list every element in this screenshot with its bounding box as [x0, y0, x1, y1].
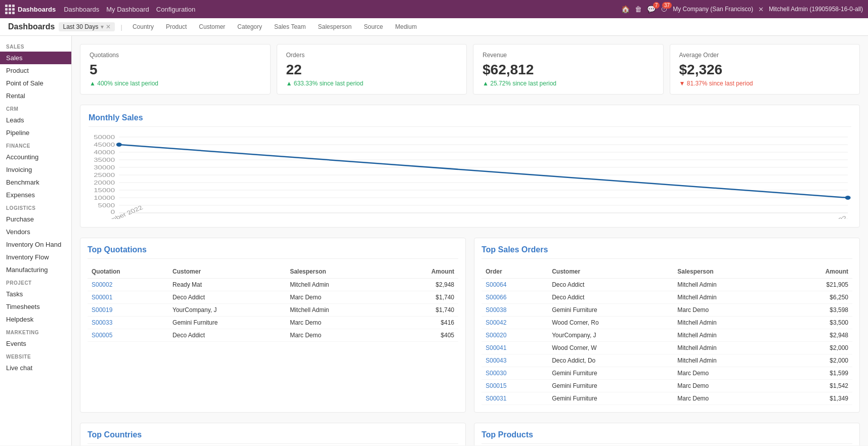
kpi-avg-change: 81.37% since last period [679, 80, 851, 87]
sidebar-item-livechat[interactable]: Live chat [0, 362, 71, 374]
bottom-row: Top Countries Country Orders Amount Unit… [80, 423, 860, 445]
sidebar-item-product[interactable]: Product [0, 64, 71, 77]
quotation-salesperson: Mitchell Admin [286, 304, 390, 317]
order-salesperson: Mitchell Admin [673, 329, 782, 342]
filter-medium[interactable]: Medium [391, 22, 421, 31]
quotation-id[interactable]: S00033 [88, 317, 168, 329]
sidebar-item-accounting[interactable]: Accounting [0, 151, 71, 163]
table-row: S00020 YourCompany, J Mitchell Admin $2,… [482, 329, 852, 342]
quotation-id[interactable]: S00019 [88, 304, 168, 317]
col-quotation: Quotation [88, 265, 168, 279]
svg-point-23 [845, 196, 851, 200]
order-amount: $2,000 [782, 354, 852, 367]
sidebar-item-benchmark[interactable]: Benchmark [0, 176, 71, 189]
filter-remove-icon[interactable]: ▾ [101, 23, 104, 30]
order-id[interactable]: S00030 [482, 367, 548, 380]
sidebar-item-invoicing[interactable]: Invoicing [0, 163, 71, 176]
sidebar-item-pos[interactable]: Point of Sale [0, 77, 71, 90]
top-quotations-title: Top Quotations [88, 245, 458, 259]
quotation-customer: Deco Addict [168, 291, 286, 304]
order-amount: $2,000 [782, 342, 852, 354]
monthly-sales-section: Monthly Sales 50000 45000 40000 35000 30… [80, 105, 860, 228]
filter-source[interactable]: Source [360, 22, 387, 31]
kpi-orders: Orders 22 633.33% since last period [277, 44, 467, 95]
sidebar-item-inventory-on-hand[interactable]: Inventory On Hand [0, 238, 71, 251]
order-id[interactable]: S00038 [482, 304, 548, 317]
sidebar-item-manufacturing[interactable]: Manufacturing [0, 263, 71, 276]
main-content: Quotations 5 400% since last period Orde… [72, 36, 868, 445]
table-row: S00005 Deco Addict Marc Demo $405 [88, 329, 458, 342]
col-customer: Customer [168, 265, 286, 279]
table-row: S00041 Wood Corner, W Mitchell Admin $2,… [482, 342, 852, 354]
order-customer: YourCompany, J [548, 329, 673, 342]
sidebar-section-sales: SALES [0, 40, 71, 52]
home-icon[interactable]: 🏠 [621, 5, 630, 13]
filter-close-icon[interactable]: ✕ [106, 23, 111, 30]
arrow-up-icon [90, 80, 97, 87]
kpi-orders-change: 633.33% since last period [286, 80, 458, 87]
top-products-section: Top Products Product Orders Amount Senio… [474, 423, 860, 445]
clock-icon[interactable]: ⏱ 37 [661, 5, 668, 13]
nav-my-dashboard[interactable]: My Dashboard [106, 6, 149, 13]
sidebar-item-helpdesk[interactable]: Helpdesk [0, 313, 71, 326]
quotation-id[interactable]: S00001 [88, 291, 168, 304]
sidebar-item-leads[interactable]: Leads [0, 114, 71, 126]
table-row: S00038 Gemini Furniture Marc Demo $3,598 [482, 304, 852, 317]
sidebar-item-timesheets[interactable]: Timesheets [0, 300, 71, 313]
top-sales-orders-section: Top Sales Orders Order Customer Salesper… [474, 238, 860, 413]
quotation-salesperson: Marc Demo [286, 317, 390, 329]
filter-category[interactable]: Category [233, 22, 266, 31]
order-customer: Wood Corner, W [548, 342, 673, 354]
nav-dashboards[interactable]: Dashboards [64, 6, 99, 13]
sidebar-item-events[interactable]: Events [0, 337, 71, 350]
sidebar-item-vendors[interactable]: Vendors [0, 226, 71, 238]
app-logo[interactable]: Dashboards [5, 5, 56, 14]
order-id[interactable]: S00043 [482, 354, 548, 367]
filter-customer[interactable]: Customer [195, 22, 229, 31]
sidebar-item-purchase[interactable]: Purchase [0, 213, 71, 226]
order-salesperson: Marc Demo [673, 392, 782, 405]
filter-product[interactable]: Product [162, 22, 191, 31]
nav-items: Dashboards My Dashboard Configuration [64, 6, 195, 13]
order-id[interactable]: S00064 [482, 279, 548, 291]
kpi-orders-value: 22 [286, 62, 458, 78]
kpi-orders-label: Orders [286, 52, 458, 59]
cross-icon[interactable]: ✕ [758, 6, 764, 13]
clock-badge: 37 [662, 2, 672, 9]
order-salesperson: Marc Demo [673, 304, 782, 317]
order-id[interactable]: S00042 [482, 317, 548, 329]
svg-point-22 [116, 143, 122, 147]
order-customer: Deco Addict [548, 279, 673, 291]
filter-salesperson[interactable]: Salesperson [314, 22, 356, 31]
table-row: S00001 Deco Addict Marc Demo $1,740 [88, 291, 458, 304]
chat-icon[interactable]: 💬 7 [647, 5, 656, 13]
nav-configuration[interactable]: Configuration [156, 6, 195, 13]
sidebar-item-inventory-flow[interactable]: Inventory Flow [0, 251, 71, 263]
filter-sales-team[interactable]: Sales Team [270, 22, 310, 31]
order-id[interactable]: S00015 [482, 380, 548, 392]
order-id[interactable]: S00031 [482, 392, 548, 405]
sidebar-item-rental[interactable]: Rental [0, 90, 71, 102]
nav-right: 🏠 🗑 💬 7 ⏱ 37 My Company (San Francisco) … [621, 5, 863, 13]
order-customer: Gemini Furniture [548, 392, 673, 405]
kpi-quotations-label: Quotations [90, 52, 261, 59]
table-row: S00019 YourCompany, J Mitchell Admin $1,… [88, 304, 458, 317]
active-filter-tag[interactable]: Last 30 Days ▾ ✕ [59, 22, 114, 31]
arrow-up-icon-revenue [483, 80, 490, 87]
chat-badge: 7 [653, 2, 660, 9]
sidebar-item-sales[interactable]: Sales [0, 52, 71, 64]
sidebar-item-tasks[interactable]: Tasks [0, 288, 71, 300]
order-salesperson: Mitchell Admin [673, 342, 782, 354]
sidebar-section-finance: FINANCE [0, 139, 71, 151]
sidebar-item-expenses[interactable]: Expenses [0, 189, 71, 201]
order-id[interactable]: S00066 [482, 291, 548, 304]
filter-country[interactable]: Country [128, 22, 158, 31]
order-id[interactable]: S00020 [482, 329, 548, 342]
quotation-id[interactable]: S00005 [88, 329, 168, 342]
quotation-id[interactable]: S00002 [88, 279, 168, 291]
top-quotations-section: Top Quotations Quotation Customer Salesp… [80, 238, 466, 413]
order-id[interactable]: S00041 [482, 342, 548, 354]
sidebar-item-pipeline[interactable]: Pipeline [0, 126, 71, 139]
trash-icon[interactable]: 🗑 [635, 5, 642, 13]
page-title-bar: Dashboards Last 30 Days ▾ ✕ | Country Pr… [0, 18, 868, 36]
